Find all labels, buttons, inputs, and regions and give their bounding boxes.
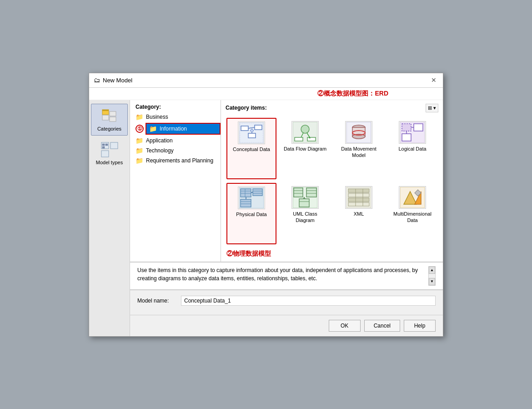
data-flow-icon — [291, 121, 319, 144]
footer: OK Cancel Help — [130, 315, 443, 336]
category-item-requirements[interactable]: 📁 Requirements and Planning — [130, 156, 221, 166]
xml-label: XML — [354, 211, 364, 217]
conceptual-data-label: Conceptual Data — [233, 146, 270, 152]
xml-icon — [345, 186, 372, 209]
category-label-application: Application — [146, 137, 173, 144]
description-scrollbar[interactable]: ▲ ▼ — [428, 266, 436, 286]
folder-icon-application: 📁 — [136, 137, 143, 144]
category-label-business: Business — [146, 114, 168, 120]
svg-rect-65 — [348, 202, 369, 206]
top-area: Category: 📁 Business ① 📁 Information — [130, 100, 443, 262]
logical-data-label: Logical Data — [398, 146, 426, 152]
logical-data-icon — [399, 121, 426, 144]
ok-button[interactable]: OK — [329, 320, 361, 332]
svg-rect-14 — [248, 133, 256, 138]
grid-item-multidimensional[interactable]: MultiDimensional Data — [387, 183, 437, 244]
grid-item-xml[interactable]: XML — [334, 183, 384, 244]
model-types-label: Model types — [96, 160, 123, 165]
scroll-down-button[interactable]: ▼ — [429, 278, 435, 285]
svg-point-20 — [301, 125, 309, 133]
left-sidebar: Categories Model types — [89, 100, 130, 336]
items-header-label: Category items: — [226, 105, 267, 111]
dialog-body: Categories Model types — [89, 100, 443, 336]
svg-rect-8 — [102, 146, 105, 148]
category-item-application[interactable]: 📁 Application — [130, 136, 221, 146]
svg-rect-45 — [241, 199, 251, 207]
sidebar-item-categories[interactable]: Categories — [91, 104, 128, 136]
svg-rect-57 — [299, 199, 309, 207]
close-button[interactable]: ✕ — [429, 76, 438, 85]
grid-item-logical-data[interactable]: Logical Data — [387, 118, 437, 179]
scroll-up-button[interactable]: ▲ — [429, 267, 435, 274]
svg-rect-54 — [306, 188, 316, 197]
svg-rect-7 — [105, 144, 108, 146]
svg-rect-64 — [348, 198, 369, 202]
description-area: Use the items in this category to captur… — [130, 262, 443, 289]
items-panel: Category items: ⊞ ▾ — [221, 100, 443, 262]
categories-label: Categories — [97, 126, 121, 131]
model-types-icon — [100, 141, 119, 158]
dialog-title: New Model — [103, 77, 132, 84]
grid-item-data-movement[interactable]: Data Movement Model — [334, 118, 384, 179]
items-grid: Conceptual Data — [223, 114, 441, 248]
svg-rect-6 — [102, 144, 105, 146]
items-header: Category items: ⊞ ▾ — [223, 102, 441, 114]
multidimensional-label: MultiDimensional Data — [391, 211, 434, 224]
svg-rect-10 — [101, 151, 109, 157]
grid-item-physical-data[interactable]: Physical Data — [226, 183, 276, 244]
view-toggle-button[interactable]: ⊞ ▾ — [426, 104, 438, 112]
category-item-business[interactable]: 📁 Business — [130, 112, 221, 122]
top-annotation: ②概念数据模型图：ERD — [317, 90, 388, 98]
svg-rect-4 — [110, 117, 116, 121]
bottom-annotation: ②物理数据模型 — [226, 250, 271, 257]
svg-rect-38 — [241, 189, 251, 197]
cancel-button[interactable]: Cancel — [364, 320, 400, 332]
uml-class-label: UML Class Diagram — [283, 211, 327, 224]
svg-rect-33 — [414, 124, 423, 131]
svg-rect-34 — [402, 134, 411, 141]
model-name-input[interactable] — [181, 296, 436, 306]
main-content: Category: 📁 Business ① 📁 Information — [130, 100, 443, 336]
model-name-label: Model name: — [137, 298, 174, 304]
physical-data-icon — [238, 187, 265, 209]
folder-icon-requirements: 📁 — [136, 157, 143, 164]
svg-rect-21 — [295, 137, 303, 141]
grid-item-data-flow[interactable]: Data Flow Diagram — [280, 118, 330, 179]
svg-rect-1 — [102, 115, 109, 120]
folder-icon-technology: 📁 — [136, 147, 143, 154]
svg-rect-9 — [110, 142, 118, 149]
circle-annotation-one: ① — [136, 125, 144, 133]
grid-item-uml-class[interactable]: UML Class Diagram — [280, 183, 330, 244]
svg-rect-62 — [348, 189, 369, 192]
category-item-technology[interactable]: 📁 Technology — [130, 146, 221, 156]
category-panel: Category: 📁 Business ① 📁 Information — [130, 100, 221, 262]
title-bar: 🗂 New Model ✕ — [89, 73, 443, 88]
new-model-dialog: 🗂 New Model ✕ ②概念数据模型图：ERD Catego — [89, 73, 443, 337]
category-item-information[interactable]: 📁 Information — [146, 123, 221, 135]
physical-data-label: Physical Data — [236, 211, 266, 217]
folder-icon-business: 📁 — [136, 113, 143, 121]
svg-rect-3 — [110, 111, 116, 116]
data-movement-label: Data Movement Model — [337, 146, 381, 159]
sidebar-item-model-types[interactable]: Model types — [91, 137, 128, 169]
svg-rect-51 — [294, 188, 303, 197]
svg-rect-32 — [402, 124, 411, 131]
svg-rect-15 — [255, 125, 262, 130]
svg-rect-22 — [307, 137, 316, 141]
uml-class-icon — [291, 186, 319, 209]
model-name-area: Model name: — [130, 290, 443, 315]
description-text: Use the items in this category to captur… — [137, 266, 425, 286]
category-label-information: Information — [160, 126, 187, 132]
model-name-row: Model name: — [137, 296, 436, 306]
category-header: Category: — [130, 102, 221, 112]
conceptual-data-icon — [238, 121, 265, 144]
dialog-icon: 🗂 — [94, 76, 100, 84]
bottom-annotation-area: ②物理数据模型 — [223, 248, 441, 260]
data-movement-icon — [345, 121, 372, 144]
svg-rect-42 — [253, 189, 262, 196]
category-label-requirements: Requirements and Planning — [146, 157, 213, 164]
svg-rect-63 — [348, 193, 369, 197]
grid-item-conceptual-data[interactable]: Conceptual Data — [226, 118, 276, 179]
svg-rect-13 — [241, 126, 248, 131]
help-button[interactable]: Help — [404, 320, 436, 332]
